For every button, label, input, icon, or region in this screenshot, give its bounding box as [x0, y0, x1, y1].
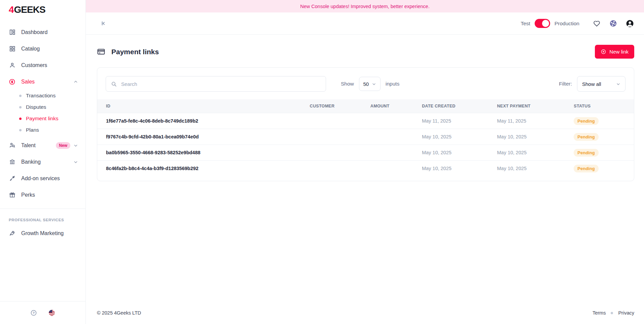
account-icon[interactable]: [626, 20, 634, 28]
heart-icon[interactable]: [593, 20, 601, 27]
table-row[interactable]: f9767c4b-9cfd-42b0-80a1-bcea09b74e0d May…: [97, 129, 634, 144]
brand-logo-text: GEEKS: [14, 4, 45, 15]
sales-submenu: Transactions Disputes Payment links Plan…: [0, 90, 85, 137]
table-body: 1f6e77a5-fe8c-4c06-8deb-8c749dc189b2 May…: [97, 113, 634, 176]
chevron-down-icon[interactable]: [73, 143, 78, 148]
app-root: 4GEEKS Dashboard Catalog Customers: [0, 0, 644, 324]
tools-icon: [9, 175, 15, 182]
chevron-up-icon[interactable]: [73, 79, 78, 84]
sidebar-subitem-transactions[interactable]: Transactions: [0, 90, 85, 101]
table-row[interactable]: 8c46fa2b-b8c4-4c4a-b3f9-d1283569b292 May…: [97, 160, 634, 176]
page-size-group: Show 50 inputs: [341, 77, 399, 91]
column-header-next-payment[interactable]: NEXT PAYMENT: [497, 104, 574, 108]
sidebar-item-catalog[interactable]: Catalog: [0, 40, 85, 57]
payment-card-icon: [97, 47, 105, 56]
status-badge: Pending: [574, 117, 598, 125]
status-badge: Pending: [574, 165, 598, 172]
terms-link[interactable]: Terms: [593, 310, 606, 316]
filter-select[interactable]: Show all: [577, 76, 625, 92]
page-size-value: 50: [363, 81, 369, 87]
help-icon[interactable]: ?: [30, 310, 37, 316]
cell-status: Pending: [574, 149, 634, 157]
sidebar-item-label: Talent: [21, 142, 36, 149]
sidebar-item-addon-services[interactable]: Add-on services: [0, 170, 85, 187]
page-size-select[interactable]: 50: [359, 77, 381, 91]
page-content: Payment links New link Show: [86, 35, 644, 324]
sidebar: 4GEEKS Dashboard Catalog Customers: [0, 0, 86, 324]
page-header: Payment links New link: [97, 45, 634, 59]
talent-icon: [9, 142, 15, 149]
sidebar-nav: Dashboard Catalog Customers $ Sales: [0, 15, 85, 203]
cell-id: f9767c4b-9cfd-42b0-80a1-bcea09b74e0d: [97, 134, 310, 139]
sidebar-subitem-disputes[interactable]: Disputes: [0, 101, 85, 113]
cell-date-created: May 10, 2025: [422, 134, 497, 139]
announcement-text: New Console updates! Improved system, be…: [300, 4, 429, 9]
cell-status: Pending: [574, 165, 634, 172]
cell-next-payment: May 10, 2025: [497, 166, 574, 171]
column-header-date-created[interactable]: DATE CREATED: [422, 104, 497, 108]
toggle-knob: [542, 20, 549, 27]
sidebar-footer: ?: [0, 301, 85, 324]
bullet-icon: [19, 129, 22, 131]
sidebar-item-sales[interactable]: $ Sales: [0, 73, 85, 90]
inputs-label: inputs: [386, 81, 399, 87]
search-box: [106, 76, 326, 92]
footer-links: Terms Privacy: [593, 310, 634, 316]
page-title: Payment links: [111, 48, 159, 56]
topbar-right: Test Production: [521, 19, 634, 28]
search-input[interactable]: [120, 81, 321, 87]
column-header-customer[interactable]: CUSTOMER: [310, 104, 370, 108]
table-header: ID CUSTOMER AMOUNT DATE CREATED NEXT PAY…: [97, 99, 634, 113]
svg-text:$: $: [11, 80, 13, 84]
customers-icon: [9, 62, 15, 69]
sidebar-subitem-label: Plans: [26, 127, 39, 133]
dot-separator: [611, 312, 613, 314]
cell-status: Pending: [574, 117, 634, 125]
sidebar-item-label: Sales: [21, 79, 35, 85]
sidebar-subitem-label: Transactions: [26, 93, 56, 99]
column-header-amount[interactable]: AMOUNT: [370, 104, 422, 108]
sidebar-item-growth-marketing[interactable]: Growth Marketing: [0, 225, 85, 241]
cell-date-created: May 10, 2025: [422, 166, 497, 171]
sidebar-subitem-payment-links[interactable]: Payment links: [0, 113, 85, 124]
chevron-down-icon: [616, 82, 620, 86]
professional-services-label: PROFESSIONAL SERVICES: [0, 209, 85, 222]
table-row[interactable]: 1f6e77a5-fe8c-4c06-8deb-8c749dc189b2 May…: [97, 113, 634, 129]
sidebar-item-customers[interactable]: Customers: [0, 57, 85, 73]
filter-label: Filter:: [559, 81, 572, 87]
professional-services-items: Growth Marketing: [0, 222, 85, 241]
sidebar-item-talent[interactable]: Talent New: [0, 137, 85, 154]
sidebar-item-dashboard[interactable]: Dashboard: [0, 24, 85, 40]
chevron-down-icon[interactable]: [73, 160, 78, 164]
sidebar-item-label: Add-on services: [21, 175, 60, 182]
dashboard-icon: [9, 29, 15, 36]
environment-toggle[interactable]: [535, 19, 550, 28]
collapse-sidebar-icon[interactable]: [100, 21, 106, 26]
sidebar-item-banking[interactable]: Banking: [0, 154, 85, 170]
column-header-status[interactable]: STATUS: [574, 104, 634, 108]
topbar: Test Production: [86, 12, 644, 35]
sidebar-item-label: Banking: [21, 159, 41, 165]
cell-next-payment: May 10, 2025: [497, 150, 574, 155]
banking-icon: [9, 159, 15, 165]
bullet-icon: [19, 118, 22, 120]
payment-links-card: Show 50 inputs Filter: Show all: [97, 67, 634, 181]
us-flag-icon[interactable]: [48, 310, 55, 316]
table-row[interactable]: ba0b5965-3550-4668-9283-58252e9bd488 May…: [97, 144, 634, 160]
new-link-label: New link: [609, 49, 629, 55]
test-label: Test: [521, 21, 530, 27]
sidebar-subitem-plans[interactable]: Plans: [0, 124, 85, 136]
production-label: Production: [554, 21, 579, 27]
chevron-down-icon: [372, 82, 376, 86]
privacy-link[interactable]: Privacy: [618, 310, 634, 316]
new-badge: New: [56, 142, 70, 149]
brand-logo[interactable]: 4GEEKS: [0, 0, 85, 15]
cell-date-created: May 10, 2025: [422, 150, 497, 155]
column-header-id[interactable]: ID: [97, 104, 310, 108]
new-link-button[interactable]: New link: [595, 45, 634, 59]
catalog-icon: [9, 45, 15, 52]
lifebuoy-icon[interactable]: [609, 20, 617, 27]
sidebar-item-perks[interactable]: Perks: [0, 187, 85, 203]
sidebar-item-label: Dashboard: [21, 29, 47, 35]
sidebar-subitem-label: Disputes: [26, 104, 46, 110]
